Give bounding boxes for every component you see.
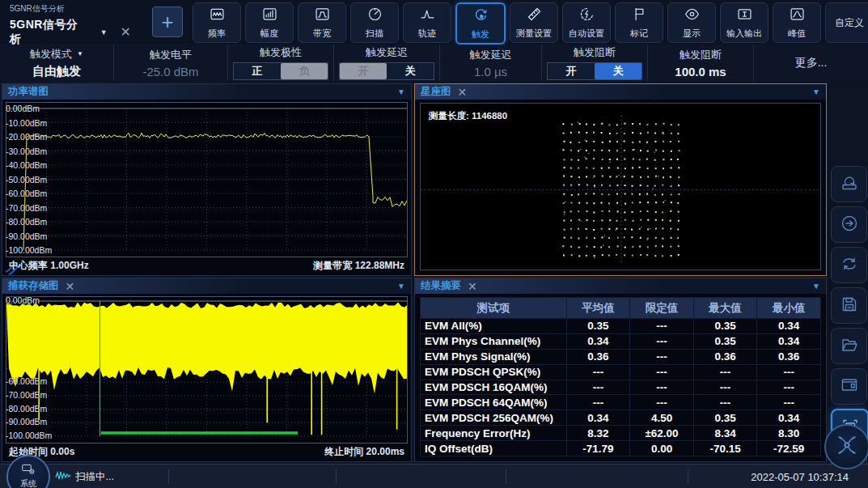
constellation-panel[interactable]: 星座图 ✕ ▼ 测量长度: 1146880	[414, 83, 827, 276]
power-spectrum-titlebar: 功率谱图 ▼	[2, 84, 411, 100]
chevron-down-icon[interactable]: ▼	[397, 282, 405, 291]
y-axis-label: -20.00dBm	[6, 132, 47, 142]
save-icon	[840, 295, 859, 317]
chevron-down-icon[interactable]: ▼	[397, 87, 405, 96]
trigger-level-field[interactable]: 触发电平 -25.0 dBm	[114, 45, 228, 81]
test-item-cell: EVM PDSCH 16QAM(%)	[421, 380, 567, 395]
display-icon	[684, 6, 701, 26]
system-icon	[22, 464, 35, 478]
chevron-down-icon[interactable]: ▼	[812, 87, 820, 96]
measurement-tab[interactable]: 5GNR信号分析 5GNR信号分析 ▼ ✕	[10, 3, 147, 39]
value-cell: 0.34	[566, 333, 630, 349]
custom-button[interactable]: 自定义	[825, 2, 868, 43]
auto-set-button[interactable]: 自动设置	[562, 2, 611, 43]
value-cell: 0.00	[630, 441, 694, 456]
value-cell: 0.36	[693, 349, 757, 364]
save-button[interactable]	[831, 287, 867, 324]
value-cell: ---	[757, 364, 821, 380]
table-row: EVM PDSCH QPSK(%)------------	[421, 364, 821, 380]
close-icon[interactable]: ✕	[468, 282, 477, 291]
value-cell: -71.79	[566, 441, 630, 456]
frequency-button[interactable]: 频率	[193, 2, 241, 43]
trigger-icon	[472, 6, 489, 27]
replay-button[interactable]	[831, 166, 867, 202]
trace-button[interactable]: 轨迹	[403, 2, 451, 43]
table-row: EVM All(%)0.35---0.350.34	[421, 319, 821, 334]
capture-memory-panel[interactable]: 捕获存储图 ✕ ▼ 0.00dBm-60.00dBm-70.00dBm-80.0…	[2, 278, 412, 462]
trigger-polarity-field: 触发极性 正 负	[228, 45, 334, 81]
summary-column-header: 最大值	[693, 298, 757, 319]
scan-wave-icon	[55, 469, 71, 484]
trigger-more-button[interactable]: 更多...	[754, 45, 868, 81]
trigger-mode-field[interactable]: 触发模式▼ 自由触发	[0, 45, 114, 81]
window-button[interactable]	[831, 368, 867, 405]
folder-open-button[interactable]	[831, 328, 867, 364]
analyzer-app: 5GNR信号分析 5GNR信号分析 ▼ ✕ + 频率 幅度 带宽	[0, 0, 868, 488]
scan-status-text: 扫描中...	[75, 470, 114, 484]
refresh-button[interactable]	[831, 247, 867, 283]
summary-titlebar: 结果摘要 ✕ ▼	[415, 278, 826, 294]
power-spectrum-panel[interactable]: 功率谱图 ▼ 0.00dBm-10.00dBm-20.00dBm-30.00dB…	[2, 83, 412, 276]
replay-icon	[840, 173, 859, 196]
nav-cross-button[interactable]	[824, 424, 868, 469]
panel-title: 结果摘要	[421, 279, 461, 293]
stop-time-label: 终止时间 20.00ms	[324, 445, 404, 459]
trigger-holdoff-toggle[interactable]: 开 关	[547, 62, 642, 80]
value-cell: 8.34	[693, 426, 757, 441]
test-item-cell: EVM PDSCH 256QAM(%)	[421, 410, 567, 426]
trigger-delay-switch-field: 触发延迟 开 关	[334, 45, 440, 81]
trigger-polarity-toggle[interactable]: 正 负	[233, 62, 328, 80]
statusbar-divider	[688, 469, 688, 484]
trigger-holdoff-value-field[interactable]: 触发阻断 100.0 ms	[648, 45, 754, 81]
trigger-delay-toggle[interactable]: 开 关	[339, 62, 434, 80]
run-button[interactable]	[831, 206, 867, 243]
trigger-button[interactable]: 触发	[455, 2, 506, 45]
capture-plot	[6, 296, 408, 443]
trigger-holdoff-switch-field: 触发阻断 开 关	[542, 45, 648, 81]
run-icon	[840, 214, 859, 236]
value-cell: ---	[566, 380, 630, 395]
add-tab-button[interactable]: +	[152, 6, 183, 37]
summary-table: 测试项平均值限定值最大值最小值 EVM All(%)0.35---0.350.3…	[420, 297, 821, 456]
value-cell: ---	[630, 380, 694, 395]
panel-title: 捕获存储图	[8, 279, 59, 293]
tab-close-icon[interactable]: ✕	[121, 28, 131, 36]
tab-dropdown-icon[interactable]: ▼	[100, 28, 108, 36]
test-item-cell: EVM PDSCH 64QAM(%)	[421, 395, 567, 410]
y-axis-label: -60.00dBm	[6, 189, 47, 198]
value-cell: 4.50	[630, 410, 694, 426]
bandwidth-button[interactable]: 带宽	[298, 2, 346, 43]
result-summary-panel[interactable]: 结果摘要 ✕ ▼ 测试项平均值限定值最大值最小值 EVM All(%)0.35-…	[414, 278, 827, 462]
table-row: EVM PDSCH 256QAM(%)0.344.500.350.34	[421, 410, 821, 426]
input-output-button[interactable]: 输入输出	[720, 2, 768, 43]
y-axis-label: -10.00dBm	[6, 118, 47, 128]
value-cell: ---	[566, 395, 630, 410]
amplitude-button[interactable]: 幅度	[245, 2, 294, 43]
peak-button[interactable]: 峰值	[773, 2, 821, 43]
table-row: Frequency Error(Hz)8.32±62.008.348.30	[421, 426, 821, 441]
sweep-button[interactable]: 扫描	[350, 2, 399, 43]
constellation-titlebar: 星座图 ✕ ▼	[415, 84, 826, 100]
y-axis-label: -40.00dBm	[6, 160, 47, 170]
table-row: EVM Phys Channel(%)0.34---0.350.34	[421, 333, 821, 349]
chevron-down-icon[interactable]: ▼	[812, 282, 820, 291]
trigger-delay-value-field[interactable]: 触发延迟 1.0 µs	[440, 45, 542, 81]
measure-bandwidth-label: 测量带宽 122.88MHz	[313, 259, 404, 273]
summary-column-header: 平均值	[566, 298, 630, 319]
frequency-icon	[209, 6, 226, 26]
marker-button[interactable]: 标记	[615, 2, 663, 43]
top-toolbar: 5GNR信号分析 5GNR信号分析 ▼ ✕ + 频率 幅度 带宽	[0, 0, 868, 45]
value-cell: ---	[757, 395, 821, 410]
peak-icon	[789, 6, 806, 26]
panel-title: 功率谱图	[8, 85, 49, 99]
measure-settings-button[interactable]: 测量设置	[510, 2, 558, 43]
close-icon[interactable]: ✕	[458, 88, 468, 96]
y-axis-label: -100.00dBm	[6, 431, 52, 440]
value-cell: ---	[693, 395, 757, 410]
display-button[interactable]: 显示	[667, 2, 716, 43]
y-axis-label: -70.00dBm	[6, 390, 47, 400]
value-cell: ±62.00	[630, 426, 694, 441]
table-row: EVM PDSCH 64QAM(%)------------	[421, 395, 821, 410]
table-row: EVM Phys Signal(%)0.36---0.360.36	[421, 349, 821, 364]
close-icon[interactable]: ✕	[66, 282, 75, 291]
